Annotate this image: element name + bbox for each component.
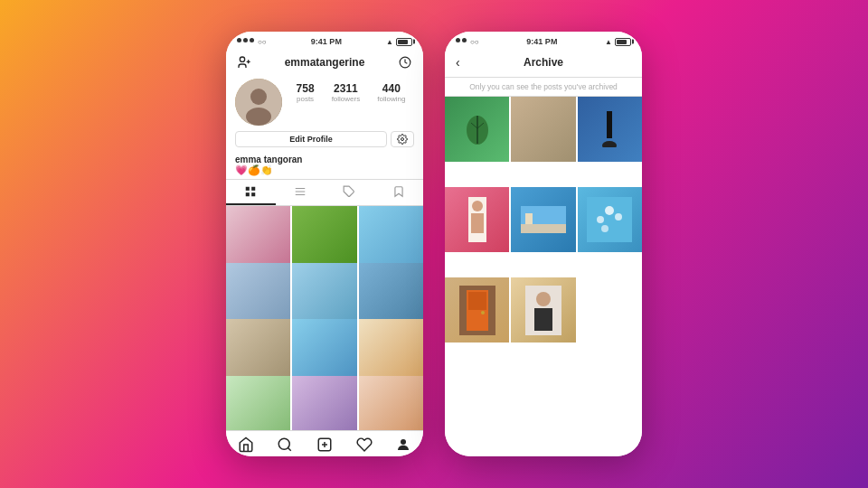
dot1 [237,38,241,42]
photo-cell-11[interactable] [292,376,356,431]
stats-area: 758 posts 2311 followers 440 following [288,79,414,103]
battery-icon [396,38,412,46]
photo-cell-9[interactable] [359,319,423,383]
svg-point-7 [401,138,404,141]
photo-cell-1[interactable] [226,206,290,270]
photo-11 [292,376,356,431]
svg-point-27 [602,141,617,147]
archive-cell-4[interactable] [445,187,509,252]
tab-bookmark[interactable] [374,180,424,205]
tab-bar [226,430,423,456]
settings-button[interactable] [391,131,414,147]
archive-cell-7[interactable] [445,277,509,343]
avatar-area [235,79,282,126]
home-tab[interactable] [226,436,266,453]
svg-point-21 [401,439,406,445]
photo-cell-4[interactable] [226,263,290,327]
photo-cell-12[interactable] [359,376,423,431]
dot3 [250,38,254,42]
svg-point-44 [536,292,551,306]
edit-profile-button[interactable]: Edit Profile [235,131,387,147]
photo-12 [359,376,423,431]
svg-line-17 [288,447,291,450]
back-button[interactable]: ‹ [456,55,474,70]
photo-cell-6[interactable] [359,263,423,327]
signal-icon-archive: ▲ [605,38,612,46]
battery-area: ▲ [386,38,412,46]
posts-label: posts [297,95,314,103]
add-tab[interactable] [305,436,344,453]
posts-stat[interactable]: 758 posts [297,82,315,103]
dot1-a [456,38,460,42]
profile-username: emmatangerine [253,56,396,69]
svg-point-37 [615,213,622,221]
battery-icon-archive [615,38,631,46]
svg-rect-26 [607,111,612,138]
archive-cell-2[interactable] [511,97,575,162]
photo-6 [359,263,423,327]
archive-cell-9 [578,277,642,343]
archive-cell-1[interactable] [445,97,509,162]
photo-5 [292,263,356,327]
archive-cell-8[interactable] [511,277,575,343]
battery-fill [398,40,408,44]
photo-10 [226,376,290,431]
photo-cell-7[interactable] [226,319,290,383]
profile-tab[interactable] [383,436,423,453]
carrier-archive: ○○ [470,38,479,46]
archive-photo-3 [578,97,642,162]
history-button[interactable] [396,53,414,71]
archive-cell-3[interactable] [578,97,642,162]
archive-photo-4 [445,187,509,252]
svg-rect-45 [534,308,552,331]
signal-dots-archive: ○○ [456,38,479,46]
archive-cell-5[interactable] [511,187,575,252]
photo-cell-2[interactable] [292,206,356,270]
edit-profile-row: Edit Profile [235,131,414,147]
photo-1 [226,206,290,270]
svg-point-0 [240,57,244,61]
tab-grid[interactable] [226,180,276,205]
photo-cell-8[interactable] [292,319,356,383]
archive-photo-5 [511,187,575,252]
photo-cell-5[interactable] [292,263,356,327]
photo-cell-3[interactable] [359,206,423,270]
following-stat[interactable]: 440 following [377,82,405,103]
status-bar-archive: ○○ 9:41 PM ▲ [445,32,642,48]
posts-count: 758 [297,82,315,95]
svg-point-5 [250,89,267,105]
svg-rect-8 [246,187,250,191]
svg-rect-11 [251,192,255,196]
activity-tab[interactable] [344,436,384,453]
followers-count: 2311 [334,82,358,95]
profile-stats-row: 758 posts 2311 followers 440 following [235,79,414,126]
followers-stat[interactable]: 2311 followers [332,82,361,103]
carrier: ○○ [258,38,267,46]
add-user-button[interactable] [235,53,253,71]
archive-photo-8 [511,277,575,343]
svg-rect-32 [521,224,566,233]
archive-subtitle: Only you can see the posts you've archiv… [445,78,642,97]
svg-point-38 [601,225,609,232]
photo-9 [359,319,423,383]
photo-2 [292,206,356,270]
tab-tag[interactable] [325,180,374,205]
tab-list[interactable] [276,180,326,205]
dot2 [243,38,248,42]
svg-rect-30 [471,213,484,233]
archive-cell-6[interactable] [578,187,642,252]
battery-area-archive: ▲ [605,38,631,46]
svg-rect-9 [251,187,255,191]
following-label: following [377,95,405,103]
following-count: 440 [382,82,401,95]
svg-rect-41 [468,292,486,310]
archive-phone: ○○ 9:41 PM ▲ ‹ Archive Only you can see … [445,32,642,456]
svg-point-16 [279,438,290,449]
status-bar-profile: ○○ 9:41 PM ▲ [226,32,423,48]
photo-cell-10[interactable] [226,376,290,431]
battery-fill-archive [617,40,627,44]
svg-point-29 [472,201,483,211]
svg-rect-33 [525,213,533,224]
profile-header: emmatangerine 758 [226,48,423,151]
search-tab[interactable] [266,436,306,453]
